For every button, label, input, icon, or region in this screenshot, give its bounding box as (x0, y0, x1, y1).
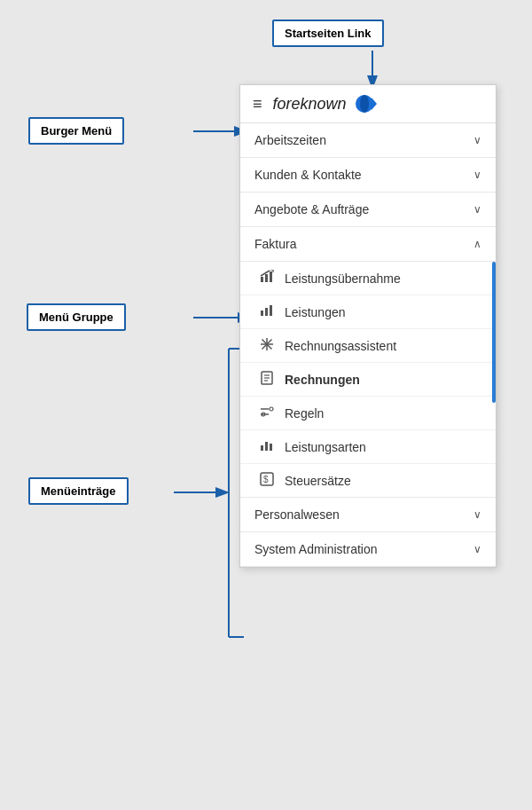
leistungsarten-icon (258, 438, 276, 455)
brand-logo (352, 94, 377, 114)
faktura-sub-items: Leistungsübernahme Leistungen (240, 262, 496, 497)
svg-rect-17 (270, 305, 272, 316)
brand-name: foreknown (273, 95, 347, 114)
svg-rect-16 (265, 308, 268, 316)
chevron-down-icon-system: ∨ (473, 543, 481, 555)
burger-menu-label: Burger Menü (41, 124, 112, 138)
menu-item-leistungsubernahme[interactable]: Leistungsübernahme (240, 262, 496, 295)
menu-group-header-faktura[interactable]: Faktura ∧ (240, 227, 496, 262)
menu-group-arbeitszeiten: Arbeitszeiten ∨ (240, 123, 496, 158)
menu-item-leistungsarten[interactable]: Leistungsarten (240, 430, 496, 464)
faktura-sub-items-wrapper: Leistungsübernahme Leistungen (240, 262, 496, 497)
chevron-down-icon-angebote: ∨ (473, 203, 481, 216)
regeln-label: Regeln (285, 406, 324, 421)
startseiten-link-annotation: Startseiten Link (272, 20, 384, 47)
leistungsubernahme-icon (258, 270, 276, 287)
svg-rect-12 (270, 271, 272, 282)
menu-group-label-arbeitszeiten: Arbeitszeiten (254, 133, 326, 147)
menu-eintraege-annotation: Menüeinträge (28, 477, 129, 505)
rechnungen-label: Rechnungen (285, 373, 360, 387)
menu-group-header-arbeitszeiten[interactable]: Arbeitszeiten ∨ (240, 123, 496, 157)
leistungen-label: Leistungen (285, 305, 346, 319)
regeln-icon (258, 405, 276, 421)
menu-group-faktura: Faktura ∧ (240, 227, 496, 498)
leistungen-icon (258, 303, 276, 320)
rechnungen-icon (258, 371, 276, 388)
menu-group-label-kunden: Kunden & Kontakte (254, 168, 362, 182)
svg-marker-9 (372, 98, 377, 110)
svg-rect-15 (261, 311, 263, 316)
svg-point-8 (360, 95, 369, 113)
rechnungsassistent-label: Rechnungsassistent (285, 339, 396, 353)
menu-item-steuersatze[interactable]: $ Steuersätze (240, 464, 496, 497)
menu-item-leistungen[interactable]: Leistungen (240, 295, 496, 329)
menu-gruppe-annotation: Menü Gruppe (27, 303, 126, 331)
menu-group-label-system: System Administration (254, 542, 378, 556)
menu-group-header-personalwesen[interactable]: Personalwesen ∨ (240, 498, 496, 531)
burger-menu-annotation: Burger Menü (28, 117, 124, 145)
menu-item-rechnungsassistent[interactable]: Rechnungsassistent (240, 329, 496, 363)
nav-panel: ≡ foreknown Arbeitszeiten ∨ Kunden & Kon… (239, 84, 497, 568)
menu-group-kunden: Kunden & Kontakte ∨ (240, 158, 496, 193)
menu-item-regeln[interactable]: Regeln (240, 397, 496, 430)
menu-group-angebote: Angebote & Aufträge ∨ (240, 193, 496, 227)
leistungsubernahme-label: Leistungsübernahme (285, 271, 401, 286)
menu-gruppe-label: Menü Gruppe (39, 311, 113, 324)
svg-text:$: $ (263, 475, 269, 484)
menu-eintraege-label: Menüeinträge (41, 484, 116, 498)
svg-rect-30 (261, 445, 263, 451)
chevron-down-icon-personalwesen: ∨ (473, 508, 481, 521)
leistungsarten-label: Leistungsarten (285, 440, 366, 454)
svg-rect-11 (265, 274, 268, 282)
startseiten-link-label: Startseiten Link (285, 27, 372, 40)
menu-group-label-faktura: Faktura (254, 237, 296, 251)
menu-group-system: System Administration ∨ (240, 532, 496, 567)
menu-group-header-system[interactable]: System Administration ∨ (240, 532, 496, 566)
steuersatze-label: Steuersätze (285, 474, 351, 488)
menu-group-header-kunden[interactable]: Kunden & Kontakte ∨ (240, 158, 496, 192)
rechnungsassistent-icon (258, 337, 276, 354)
burger-icon[interactable]: ≡ (253, 95, 262, 114)
svg-point-28 (270, 407, 273, 411)
svg-rect-10 (261, 277, 263, 282)
svg-rect-32 (270, 444, 272, 451)
svg-rect-31 (265, 442, 268, 451)
steuersatze-icon: $ (258, 472, 276, 489)
menu-item-rechnungen[interactable]: Rechnungen (240, 363, 496, 397)
menu-group-label-angebote: Angebote & Aufträge (254, 202, 369, 216)
chevron-down-icon-kunden: ∨ (473, 169, 481, 181)
nav-header[interactable]: ≡ foreknown (240, 85, 496, 123)
menu-group-header-angebote[interactable]: Angebote & Aufträge ∨ (240, 193, 496, 226)
menu-group-personalwesen: Personalwesen ∨ (240, 498, 496, 532)
chevron-up-icon-faktura: ∧ (473, 238, 481, 250)
menu-group-label-personalwesen: Personalwesen (254, 507, 340, 522)
chevron-down-icon-arbeitszeiten: ∨ (473, 134, 481, 146)
